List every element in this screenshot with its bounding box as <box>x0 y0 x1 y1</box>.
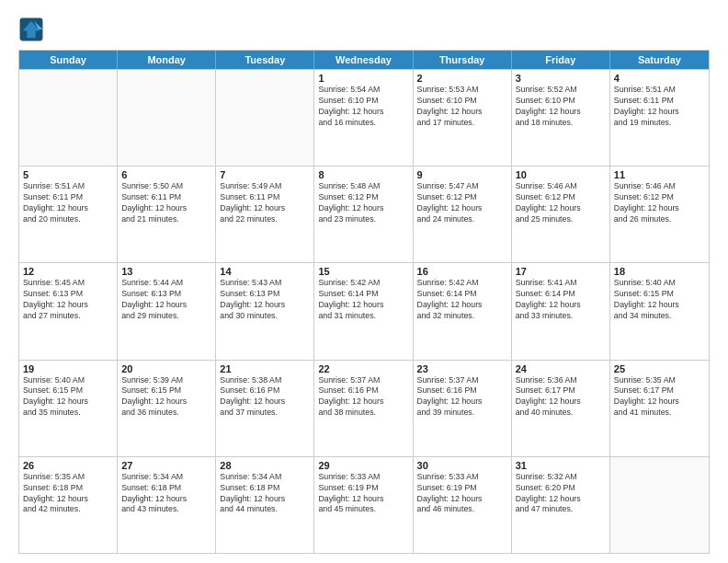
calendar-cell <box>216 70 314 166</box>
calendar-cell: 15Sunrise: 5:42 AM Sunset: 6:14 PM Dayli… <box>314 263 413 359</box>
day-number: 19 <box>23 363 113 374</box>
calendar-cell: 7Sunrise: 5:49 AM Sunset: 6:11 PM Daylig… <box>216 167 314 262</box>
calendar-row: 19Sunrise: 5:40 AM Sunset: 6:15 PM Dayli… <box>19 360 709 456</box>
day-number: 31 <box>516 460 606 471</box>
cell-text: Sunrise: 5:49 AM Sunset: 6:11 PM Dayligh… <box>220 181 310 225</box>
day-number: 8 <box>318 169 408 180</box>
day-number: 10 <box>516 169 606 180</box>
day-number: 26 <box>23 460 113 471</box>
calendar-cell: 12Sunrise: 5:45 AM Sunset: 6:13 PM Dayli… <box>19 263 118 359</box>
calendar-cell: 3Sunrise: 5:52 AM Sunset: 6:10 PM Daylig… <box>512 70 610 166</box>
calendar-cell: 13Sunrise: 5:44 AM Sunset: 6:13 PM Dayli… <box>118 263 216 359</box>
calendar-cell: 26Sunrise: 5:35 AM Sunset: 6:18 PM Dayli… <box>19 457 118 553</box>
calendar-cell: 29Sunrise: 5:33 AM Sunset: 6:19 PM Dayli… <box>314 457 413 553</box>
weekday-header: Saturday <box>610 51 709 69</box>
header <box>18 17 710 42</box>
cell-text: Sunrise: 5:42 AM Sunset: 6:14 PM Dayligh… <box>417 278 507 322</box>
calendar-cell: 5Sunrise: 5:51 AM Sunset: 6:11 PM Daylig… <box>19 167 118 262</box>
calendar-row: 1Sunrise: 5:54 AM Sunset: 6:10 PM Daylig… <box>19 69 709 166</box>
cell-text: Sunrise: 5:33 AM Sunset: 6:19 PM Dayligh… <box>417 472 507 516</box>
cell-text: Sunrise: 5:51 AM Sunset: 6:11 PM Dayligh… <box>23 181 113 225</box>
calendar-cell: 10Sunrise: 5:46 AM Sunset: 6:12 PM Dayli… <box>512 167 610 262</box>
cell-text: Sunrise: 5:39 AM Sunset: 6:15 PM Dayligh… <box>121 375 211 419</box>
day-number: 24 <box>516 363 606 374</box>
calendar-cell: 31Sunrise: 5:32 AM Sunset: 6:20 PM Dayli… <box>512 457 610 553</box>
day-number: 13 <box>121 266 211 277</box>
day-number: 5 <box>23 169 113 180</box>
day-number: 21 <box>220 363 310 374</box>
cell-text: Sunrise: 5:50 AM Sunset: 6:11 PM Dayligh… <box>121 181 211 225</box>
cell-text: Sunrise: 5:46 AM Sunset: 6:12 PM Dayligh… <box>516 181 606 225</box>
calendar-cell: 27Sunrise: 5:34 AM Sunset: 6:18 PM Dayli… <box>118 457 216 553</box>
calendar-row: 5Sunrise: 5:51 AM Sunset: 6:11 PM Daylig… <box>19 166 709 262</box>
day-number: 2 <box>417 73 507 84</box>
day-number: 1 <box>318 73 408 84</box>
cell-text: Sunrise: 5:40 AM Sunset: 6:15 PM Dayligh… <box>614 278 705 322</box>
calendar-cell: 19Sunrise: 5:40 AM Sunset: 6:15 PM Dayli… <box>19 361 118 456</box>
day-number: 16 <box>417 266 507 277</box>
day-number: 18 <box>614 266 705 277</box>
cell-text: Sunrise: 5:44 AM Sunset: 6:13 PM Dayligh… <box>121 278 211 322</box>
calendar-cell: 28Sunrise: 5:34 AM Sunset: 6:18 PM Dayli… <box>216 457 314 553</box>
calendar-cell: 6Sunrise: 5:50 AM Sunset: 6:11 PM Daylig… <box>118 167 216 262</box>
calendar-cell: 11Sunrise: 5:46 AM Sunset: 6:12 PM Dayli… <box>610 167 709 262</box>
cell-text: Sunrise: 5:53 AM Sunset: 6:10 PM Dayligh… <box>417 85 507 129</box>
cell-text: Sunrise: 5:41 AM Sunset: 6:14 PM Dayligh… <box>516 278 606 322</box>
calendar-cell: 2Sunrise: 5:53 AM Sunset: 6:10 PM Daylig… <box>414 70 512 166</box>
cell-text: Sunrise: 5:34 AM Sunset: 6:18 PM Dayligh… <box>220 472 310 516</box>
day-number: 25 <box>614 363 705 374</box>
day-number: 20 <box>121 363 211 374</box>
calendar-cell <box>610 457 709 553</box>
day-number: 28 <box>220 460 310 471</box>
cell-text: Sunrise: 5:36 AM Sunset: 6:17 PM Dayligh… <box>516 375 606 419</box>
cell-text: Sunrise: 5:35 AM Sunset: 6:17 PM Dayligh… <box>614 375 705 419</box>
day-number: 15 <box>318 266 408 277</box>
calendar-cell: 16Sunrise: 5:42 AM Sunset: 6:14 PM Dayli… <box>414 263 512 359</box>
calendar-cell: 17Sunrise: 5:41 AM Sunset: 6:14 PM Dayli… <box>512 263 610 359</box>
cell-text: Sunrise: 5:46 AM Sunset: 6:12 PM Dayligh… <box>614 181 705 225</box>
calendar-row: 12Sunrise: 5:45 AM Sunset: 6:13 PM Dayli… <box>19 262 709 359</box>
cell-text: Sunrise: 5:38 AM Sunset: 6:16 PM Dayligh… <box>220 375 310 419</box>
cell-text: Sunrise: 5:37 AM Sunset: 6:16 PM Dayligh… <box>417 375 507 419</box>
cell-text: Sunrise: 5:42 AM Sunset: 6:14 PM Dayligh… <box>318 278 408 322</box>
cell-text: Sunrise: 5:54 AM Sunset: 6:10 PM Dayligh… <box>318 85 408 129</box>
day-number: 29 <box>318 460 408 471</box>
calendar-header: SundayMondayTuesdayWednesdayThursdayFrid… <box>19 51 709 69</box>
weekday-header: Tuesday <box>216 51 314 69</box>
cell-text: Sunrise: 5:52 AM Sunset: 6:10 PM Dayligh… <box>516 85 606 129</box>
day-number: 12 <box>23 266 113 277</box>
calendar-cell: 30Sunrise: 5:33 AM Sunset: 6:19 PM Dayli… <box>414 457 512 553</box>
day-number: 7 <box>220 169 310 180</box>
calendar-cell: 14Sunrise: 5:43 AM Sunset: 6:13 PM Dayli… <box>216 263 314 359</box>
day-number: 22 <box>318 363 408 374</box>
weekday-header: Wednesday <box>314 51 413 69</box>
calendar-row: 26Sunrise: 5:35 AM Sunset: 6:18 PM Dayli… <box>19 456 709 553</box>
calendar-cell: 24Sunrise: 5:36 AM Sunset: 6:17 PM Dayli… <box>512 361 610 456</box>
day-number: 6 <box>121 169 211 180</box>
cell-text: Sunrise: 5:32 AM Sunset: 6:20 PM Dayligh… <box>516 472 606 516</box>
weekday-header: Thursday <box>414 51 512 69</box>
calendar-cell: 22Sunrise: 5:37 AM Sunset: 6:16 PM Dayli… <box>314 361 413 456</box>
cell-text: Sunrise: 5:35 AM Sunset: 6:18 PM Dayligh… <box>23 472 113 516</box>
cell-text: Sunrise: 5:45 AM Sunset: 6:13 PM Dayligh… <box>23 278 113 322</box>
calendar-body: 1Sunrise: 5:54 AM Sunset: 6:10 PM Daylig… <box>19 69 709 553</box>
cell-text: Sunrise: 5:48 AM Sunset: 6:12 PM Dayligh… <box>318 181 408 225</box>
calendar-cell: 9Sunrise: 5:47 AM Sunset: 6:12 PM Daylig… <box>414 167 512 262</box>
day-number: 9 <box>417 169 507 180</box>
cell-text: Sunrise: 5:40 AM Sunset: 6:15 PM Dayligh… <box>23 375 113 419</box>
calendar: SundayMondayTuesdayWednesdayThursdayFrid… <box>18 50 710 554</box>
weekday-header: Sunday <box>19 51 118 69</box>
page: SundayMondayTuesdayWednesdayThursdayFrid… <box>0 0 728 563</box>
calendar-cell <box>19 70 118 166</box>
day-number: 30 <box>417 460 507 471</box>
logo-icon <box>18 17 44 42</box>
weekday-header: Friday <box>512 51 610 69</box>
day-number: 11 <box>614 169 705 180</box>
day-number: 14 <box>220 266 310 277</box>
day-number: 4 <box>614 73 705 84</box>
day-number: 27 <box>121 460 211 471</box>
cell-text: Sunrise: 5:34 AM Sunset: 6:18 PM Dayligh… <box>121 472 211 516</box>
day-number: 17 <box>516 266 606 277</box>
calendar-cell: 20Sunrise: 5:39 AM Sunset: 6:15 PM Dayli… <box>118 361 216 456</box>
day-number: 23 <box>417 363 507 374</box>
